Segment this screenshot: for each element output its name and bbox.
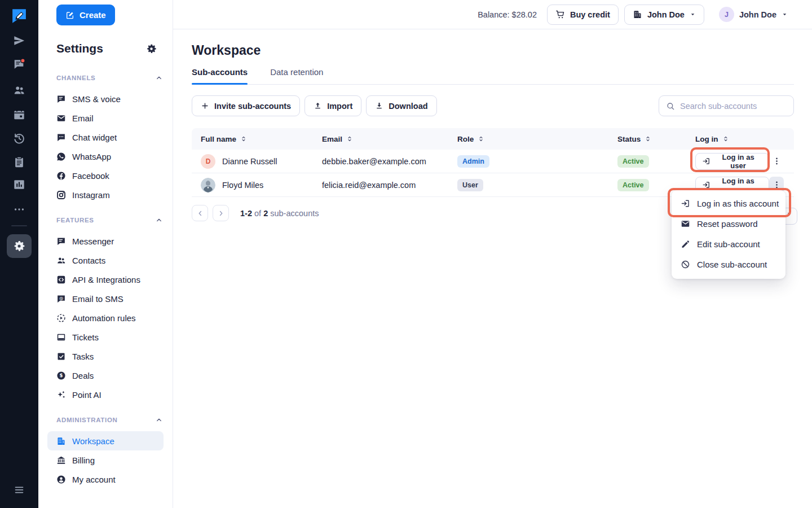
status-badge: Active — [617, 179, 649, 191]
mail-icon — [56, 113, 66, 123]
menu-item-label: Log in as this account — [697, 199, 779, 208]
login-icon — [681, 199, 690, 208]
mail-icon — [681, 219, 690, 229]
chevron-up-icon[interactable] — [156, 75, 162, 81]
log-in-as-user-button[interactable]: Log in as user — [695, 153, 769, 170]
search-input[interactable] — [680, 102, 787, 111]
rail-item-more[interactable] — [13, 203, 25, 216]
sidebar-item-api-integrations[interactable]: API & Integrations — [47, 270, 164, 289]
user-menu[interactable]: J John Doe — [719, 7, 788, 22]
sidebar-item-workspace[interactable]: Workspace — [47, 431, 164, 450]
buy-credit-button[interactable]: Buy credit — [547, 5, 619, 25]
rail-item-reports[interactable] — [13, 178, 25, 191]
sort-icon — [240, 135, 247, 142]
email: debbie.baker@example.com — [322, 157, 457, 166]
column-header-status[interactable]: Status — [617, 135, 695, 143]
people-icon — [13, 84, 25, 97]
plus-icon — [201, 102, 209, 110]
rail-item-contacts[interactable] — [13, 84, 25, 97]
column-label: Full name — [201, 135, 236, 143]
sidebar-item-messenger[interactable]: Messenger — [47, 231, 164, 251]
import-button[interactable]: Import — [304, 95, 361, 116]
menu-item-log-in-as-this-account[interactable]: Log in as this account — [672, 193, 785, 213]
sidebar-item-billing[interactable]: Billing — [47, 450, 164, 470]
menu-item-edit-sub-account[interactable]: Edit sub-account — [672, 234, 785, 254]
send-icon — [13, 34, 25, 47]
column-header-email[interactable]: Email — [322, 135, 457, 143]
prev-page-button[interactable] — [192, 205, 208, 221]
chat-alert-icon — [13, 58, 25, 71]
download-button[interactable]: Download — [366, 95, 436, 116]
rail-item-campaigns[interactable] — [13, 34, 25, 47]
toolbar: Invite sub-accounts Import Download — [192, 95, 794, 116]
login-icon — [702, 157, 710, 165]
chevron-up-icon[interactable] — [156, 217, 162, 224]
rail-item-messages[interactable] — [13, 58, 25, 71]
sidebar-item-label: Point AI — [72, 390, 102, 400]
clipboard-icon — [13, 156, 25, 168]
column-header-log-in[interactable]: Log in — [695, 135, 794, 143]
create-button[interactable]: Create — [56, 5, 115, 25]
building-icon — [633, 10, 642, 19]
menu-item-close-sub-account[interactable]: Close sub-account — [672, 254, 785, 274]
chevron-left-icon — [196, 209, 204, 217]
sidebar-item-chat-widget[interactable]: Chat widget — [47, 128, 164, 147]
sidebar-item-sms-voice[interactable]: SMS & voice — [47, 89, 164, 108]
chat-widget-icon — [56, 133, 66, 142]
tab-data-retention[interactable]: Data retention — [270, 67, 323, 84]
sidebar-item-label: Tasks — [72, 352, 94, 361]
sidebar-item-point-ai[interactable]: Point AI — [47, 385, 164, 404]
tab-sub-accounts[interactable]: Sub-accounts — [192, 67, 248, 84]
next-page-button[interactable] — [213, 205, 229, 221]
sidebar-item-label: Email — [72, 113, 94, 123]
sidebar-item-deals[interactable]: $Deals — [47, 366, 164, 385]
caret-down-icon — [786, 211, 792, 217]
section-header: FEATURES — [38, 216, 173, 225]
chat-lines-icon — [56, 94, 66, 104]
workspace-switcher-button[interactable]: John Doe — [624, 5, 704, 25]
search-box — [659, 95, 794, 116]
sub-accounts-table: Full nameEmailRoleStatusLog in DDianne R… — [192, 128, 794, 197]
status-badge: Active — [617, 155, 649, 168]
rail-item-history[interactable] — [13, 132, 25, 144]
sidebar-item-facebook[interactable]: Facebook — [47, 166, 164, 185]
user-avatar: J — [719, 7, 734, 22]
column-header-role[interactable]: Role — [457, 135, 617, 143]
building-icon — [56, 436, 66, 446]
brand-logo-icon[interactable] — [11, 7, 28, 24]
sort-icon — [645, 135, 651, 142]
sidebar-item-email[interactable]: Email — [47, 108, 164, 128]
collapse-menu-button[interactable] — [13, 484, 25, 496]
sort-icon — [478, 135, 484, 142]
rail-item-settings[interactable] — [7, 234, 32, 258]
rail-divider — [11, 225, 27, 226]
column-header-full-name[interactable]: Full name — [192, 135, 322, 143]
sidebar-item-whatsapp[interactable]: WhatsApp — [47, 147, 164, 166]
settings-gear-icon[interactable] — [146, 43, 157, 54]
sidebar-item-tasks[interactable]: Tasks — [47, 347, 164, 366]
ticket-icon — [56, 332, 66, 342]
caret-down-icon — [690, 11, 696, 17]
section-features: FEATURESMessengerContactsAPI & Integrati… — [38, 216, 173, 404]
sidebar-item-email-to-sms[interactable]: @Email to SMS — [47, 289, 164, 308]
sidebar-item-label: Deals — [72, 371, 94, 380]
rail-item-lists[interactable] — [13, 156, 25, 168]
sidebar-item-instagram[interactable]: Instagram — [47, 185, 164, 204]
settings-nav: CHANNELSSMS & voiceEmailChat widgetWhats… — [38, 70, 173, 489]
sidebar-item-contacts[interactable]: Contacts — [47, 251, 164, 270]
sidebar-item-automation-rules[interactable]: Automation rules — [47, 308, 164, 327]
sidebar-item-label: My account — [72, 475, 116, 484]
chevron-up-icon[interactable] — [156, 417, 162, 423]
menu-item-reset-password[interactable]: Reset password — [672, 213, 785, 234]
sidebar-item-tickets[interactable]: Tickets — [47, 327, 164, 347]
sidebar-item-my-account[interactable]: My account — [47, 470, 164, 489]
kebab-icon — [772, 156, 782, 166]
settings-sidebar: Create Settings CHANNELSSMS & voiceEmail… — [38, 0, 173, 508]
sort-icon — [346, 135, 353, 142]
table-header: Full nameEmailRoleStatusLog in — [192, 128, 794, 150]
row-actions-kebab-button[interactable] — [769, 153, 784, 170]
column-label: Email — [322, 135, 342, 143]
invite-sub-accounts-button[interactable]: Invite sub-accounts — [192, 95, 300, 116]
person-icon — [56, 475, 66, 484]
rail-item-calendar[interactable] — [13, 108, 25, 121]
